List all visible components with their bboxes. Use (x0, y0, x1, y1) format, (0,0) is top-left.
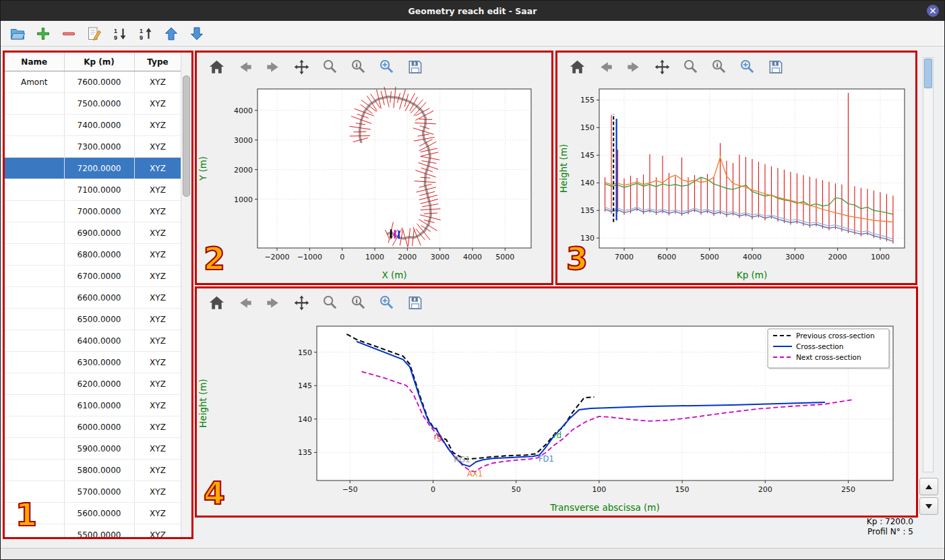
home-button[interactable] (206, 57, 226, 77)
table-cell[interactable]: 7500.0000 (64, 93, 134, 115)
edit-cross-section-button[interactable] (84, 24, 104, 44)
forward-button[interactable] (623, 57, 644, 77)
cross-section-canvas[interactable]: −50050100150200250135140145150Transverse… (197, 317, 916, 516)
table-cell[interactable]: XYZ (134, 438, 181, 460)
back-button[interactable] (235, 57, 255, 77)
table-cell[interactable] (5, 93, 64, 115)
table-row[interactable]: 6600.0000XYZ (5, 287, 181, 309)
table-cell[interactable]: Amont (5, 71, 64, 93)
table-row[interactable]: 7100.0000XYZ (5, 179, 181, 201)
table-cell[interactable]: 6000.0000 (64, 416, 134, 438)
table-row[interactable]: 6000.0000XYZ (5, 416, 181, 438)
table-cell[interactable]: XYZ (134, 416, 181, 438)
table-cell[interactable]: XYZ (134, 352, 181, 373)
customize-button[interactable] (737, 57, 757, 77)
table-row[interactable]: 7500.0000XYZ (5, 93, 181, 115)
save-button[interactable] (765, 57, 785, 77)
table-cell[interactable]: XYZ (134, 524, 181, 540)
table-cell[interactable]: XYZ (134, 158, 181, 179)
table-cell[interactable] (5, 287, 64, 309)
table-cell[interactable] (5, 222, 64, 244)
table-cell[interactable]: 7100.0000 (64, 179, 134, 201)
forward-button[interactable] (263, 292, 283, 313)
table-row[interactable]: 6800.0000XYZ (5, 244, 181, 266)
table-cell[interactable] (5, 460, 64, 481)
configure-subplots-button[interactable]: i (348, 57, 368, 77)
table-cell[interactable]: 6100.0000 (64, 395, 134, 416)
table-row[interactable]: 5900.0000XYZ (5, 438, 181, 460)
save-button[interactable] (404, 57, 425, 77)
column-header-kp[interactable]: Kp (m) (64, 53, 134, 71)
table-row[interactable]: 7200.0000XYZ (5, 158, 181, 179)
table-cell[interactable] (5, 352, 64, 373)
open-folder-button[interactable] (7, 24, 28, 44)
table-row[interactable]: 6900.0000XYZ (5, 222, 181, 244)
table-cell[interactable]: XYZ (134, 395, 181, 416)
table-row[interactable]: Amont7600.0000XYZ (5, 71, 181, 93)
table-cell[interactable] (5, 136, 64, 158)
zoom-button[interactable] (319, 57, 340, 77)
customize-button[interactable] (376, 57, 396, 77)
table-cell[interactable]: 5800.0000 (64, 460, 134, 481)
home-button[interactable] (206, 292, 226, 313)
table-scrollbar-thumb[interactable] (183, 75, 190, 197)
table-cell[interactable] (5, 438, 64, 460)
table-cell[interactable] (5, 330, 64, 352)
table-row[interactable]: 6100.0000XYZ (5, 395, 181, 416)
table-cell[interactable] (5, 179, 64, 201)
table-row[interactable]: 7400.0000XYZ (5, 115, 181, 136)
configure-subplots-button[interactable]: i (708, 57, 729, 77)
table-cell[interactable] (5, 373, 64, 395)
add-cross-section-button[interactable] (33, 24, 53, 44)
column-header-name[interactable]: Name (5, 53, 64, 71)
table-cell[interactable]: XYZ (134, 93, 181, 115)
column-header-type[interactable]: Type (134, 53, 181, 71)
save-button[interactable] (404, 292, 425, 313)
table-cell[interactable]: XYZ (134, 222, 181, 244)
table-cell[interactable] (5, 115, 64, 136)
configure-subplots-button[interactable]: i (348, 292, 368, 313)
table-cell[interactable] (5, 416, 64, 438)
table-cell[interactable]: XYZ (134, 136, 181, 158)
table-cell[interactable]: 6600.0000 (64, 287, 134, 309)
sort-ascending-button[interactable]: 19 (110, 24, 130, 44)
table-cell[interactable] (5, 244, 64, 266)
table-cell[interactable]: XYZ (134, 201, 181, 222)
table-cell[interactable]: 5500.0000 (64, 524, 134, 540)
table-cell[interactable]: 7600.0000 (64, 71, 134, 93)
zoom-button[interactable] (680, 57, 700, 77)
table-row[interactable]: 6500.0000XYZ (5, 309, 181, 330)
table-cell[interactable] (5, 266, 64, 287)
move-down-button[interactable] (187, 24, 207, 44)
table-cell[interactable]: XYZ (134, 71, 181, 93)
table-cell[interactable]: XYZ (134, 373, 181, 395)
plan-view-canvas[interactable]: −2000−1000010002000300040005000100020003… (197, 81, 551, 283)
pan-button[interactable] (291, 292, 311, 313)
table-cell[interactable]: 5600.0000 (64, 503, 134, 524)
table-row[interactable]: 6700.0000XYZ (5, 266, 181, 287)
table-cell[interactable]: 6900.0000 (64, 222, 134, 244)
sort-descending-button[interactable]: 19 (135, 24, 156, 44)
table-cell[interactable]: XYZ (134, 115, 181, 136)
back-button[interactable] (235, 292, 255, 313)
home-button[interactable] (567, 57, 587, 77)
back-button[interactable] (595, 57, 615, 77)
table-cell[interactable]: XYZ (134, 287, 181, 309)
move-up-button[interactable] (161, 24, 181, 44)
pan-button[interactable] (652, 57, 672, 77)
vertical-scrollbar[interactable] (923, 57, 934, 472)
table-cell[interactable]: 7000.0000 (64, 201, 134, 222)
table-cell[interactable]: 6300.0000 (64, 352, 134, 373)
next-profile-button[interactable] (919, 497, 938, 515)
remove-cross-section-button[interactable] (59, 24, 79, 44)
table-row[interactable]: 7300.0000XYZ (5, 136, 181, 158)
table-cell[interactable]: XYZ (134, 309, 181, 330)
table-cell[interactable]: 6400.0000 (64, 330, 134, 352)
table-cell[interactable]: XYZ (134, 503, 181, 524)
close-button[interactable] (927, 5, 939, 17)
pan-button[interactable] (291, 57, 311, 77)
longitudinal-profile-canvas[interactable]: 7000600050004000300020001000130135140145… (557, 81, 915, 283)
table-cell[interactable]: 6700.0000 (64, 266, 134, 287)
table-cell[interactable] (5, 395, 64, 416)
table-cell[interactable] (5, 201, 64, 222)
